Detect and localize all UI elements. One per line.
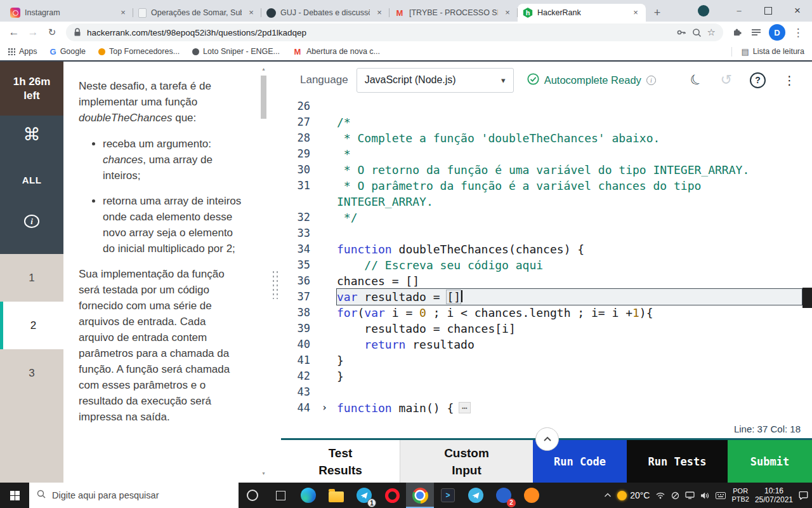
bookmark-top-fornecedores[interactable]: Top Fornecedores... xyxy=(98,47,180,56)
apps-shortcut[interactable]: Apps xyxy=(8,47,37,56)
close-window-button[interactable] xyxy=(783,0,812,22)
language-indicator[interactable]: POR PTB2 xyxy=(731,487,749,504)
wifi-icon[interactable] xyxy=(655,491,665,499)
code-line[interactable]: 42} xyxy=(281,368,812,384)
help-icon[interactable] xyxy=(750,72,766,88)
code-line[interactable]: 40 return resultado xyxy=(281,337,812,352)
code-line[interactable]: 31 * O parâmetro da função é a variável … xyxy=(281,178,812,194)
sidebar-all-button[interactable]: ALL xyxy=(22,171,42,189)
taskbar-app-messenger[interactable] xyxy=(462,483,490,508)
code-line[interactable]: 27/* xyxy=(281,114,812,130)
code-line[interactable]: 26 xyxy=(281,98,812,114)
info-icon[interactable] xyxy=(24,215,39,228)
maximize-button[interactable] xyxy=(754,0,783,22)
editor-scroll-thumb[interactable] xyxy=(802,288,812,308)
tab-close-icon[interactable] xyxy=(118,8,128,18)
code-line[interactable]: 36chances = [] xyxy=(281,273,812,289)
task-view-button[interactable] xyxy=(266,483,294,508)
url-text[interactable]: hackerrank.com/test/98epoq52i3h/question… xyxy=(87,28,671,37)
bookmark-google[interactable]: Google xyxy=(50,47,86,57)
run-tests-button[interactable]: Run Tests xyxy=(627,440,728,483)
weather-widget[interactable]: 20°C xyxy=(617,490,650,500)
new-tab-button[interactable] xyxy=(648,4,666,22)
code-line[interactable]: 44›function main() {⋯ xyxy=(281,400,812,416)
info-icon-small[interactable] xyxy=(646,76,656,85)
code-line[interactable]: 39 resultado = chances[i] xyxy=(281,321,812,337)
question-nav-1[interactable]: 1 xyxy=(0,254,63,302)
key-icon[interactable] xyxy=(676,27,686,37)
browser-circle-extension-icon[interactable] xyxy=(698,5,709,17)
dark-mode-icon[interactable] xyxy=(687,70,706,90)
clock[interactable]: 10:16 25/07/2021 xyxy=(755,486,793,504)
keyboard-icon[interactable] xyxy=(716,492,726,499)
code-line[interactable]: 37var resultado = [] xyxy=(281,289,812,305)
code-line[interactable]: 32 */ xyxy=(281,210,812,225)
lines-extension-icon[interactable] xyxy=(747,23,765,41)
collapse-panel-button[interactable] xyxy=(535,427,559,451)
scroll-up-arrow-icon[interactable] xyxy=(259,65,268,73)
browser-tab-instagram[interactable]: Instagram xyxy=(5,4,133,22)
code-line[interactable]: 28 * Complete a função 'doubleTheChances… xyxy=(281,130,812,146)
command-icon[interactable] xyxy=(23,124,41,145)
tab-test-results[interactable]: Test Results xyxy=(281,440,400,483)
taskbar-app-edge[interactable] xyxy=(294,483,322,508)
taskbar-search[interactable] xyxy=(29,483,239,508)
address-bar[interactable]: hackerrank.com/test/98epoq52i3h/question… xyxy=(66,23,723,41)
taskbar-app-opera[interactable] xyxy=(378,483,406,508)
scroll-down-arrow-icon[interactable] xyxy=(259,470,268,478)
code-line[interactable]: 34function doubleTheChances(chances) { xyxy=(281,241,812,257)
bookmark-abertura[interactable]: Abertura de nova c... xyxy=(292,46,380,57)
back-button[interactable] xyxy=(5,23,23,41)
fold-chevron-icon[interactable]: › xyxy=(322,400,327,416)
taskbar-app-chat[interactable]: 2 xyxy=(490,483,518,508)
code-editor[interactable]: 2627/*28 * Complete a função 'doubleTheC… xyxy=(281,98,812,419)
forward-button[interactable] xyxy=(24,23,42,41)
tab-close-icon[interactable] xyxy=(246,8,256,18)
start-button[interactable] xyxy=(0,483,29,508)
browser-menu-icon[interactable] xyxy=(789,23,807,41)
monitor-icon[interactable] xyxy=(685,491,695,499)
do-not-disturb-icon[interactable] xyxy=(671,491,679,500)
browser-tab-guj[interactable]: GUJ - Debates e discussõe xyxy=(261,4,390,22)
code-line[interactable]: 33 xyxy=(281,225,812,241)
more-options-icon[interactable] xyxy=(783,73,796,88)
volume-icon[interactable] xyxy=(700,491,710,500)
profile-avatar[interactable]: D xyxy=(769,24,785,41)
minimize-button[interactable] xyxy=(724,0,754,22)
tab-custom-input[interactable]: Custom Input xyxy=(400,440,533,483)
question-nav-2[interactable]: 2 xyxy=(0,302,63,349)
description-scrollbar[interactable] xyxy=(259,65,268,478)
question-nav-3[interactable]: 3 xyxy=(0,349,63,397)
zoom-icon[interactable] xyxy=(692,28,702,37)
tab-close-icon[interactable] xyxy=(502,8,513,18)
code-line[interactable]: 35 // Escreva seu código aqui xyxy=(281,257,812,273)
taskbar-app-orange[interactable] xyxy=(518,483,546,508)
browser-tab-operacoes[interactable]: Operações de Somar, Sub xyxy=(133,4,261,22)
reset-history-icon[interactable] xyxy=(721,72,732,88)
bookmark-loto-sniper[interactable]: Loto Sniper - ENGE... xyxy=(192,47,280,56)
submit-button[interactable]: Submit xyxy=(728,440,812,483)
tab-close-icon[interactable] xyxy=(631,8,641,18)
tab-close-icon[interactable] xyxy=(374,8,384,18)
reload-button[interactable] xyxy=(43,23,61,41)
hidden-icons-chevron-icon[interactable] xyxy=(604,493,612,498)
taskbar-app-code[interactable] xyxy=(434,483,462,508)
code-line[interactable]: 43 xyxy=(281,384,812,400)
browser-tab-hackerrank[interactable]: HackerRank xyxy=(518,4,646,22)
bookmark-star-icon[interactable] xyxy=(707,27,716,38)
language-select[interactable]: JavaScript (Node.js) xyxy=(357,68,514,93)
extensions-puzzle-icon[interactable] xyxy=(728,23,746,41)
taskbar-app-chrome[interactable] xyxy=(406,483,434,508)
code-line[interactable]: INTEGER_ARRAY. xyxy=(281,194,812,210)
cortana-button[interactable] xyxy=(239,483,266,508)
code-line[interactable]: 38for(var i = 0 ; i < chances.length ; i… xyxy=(281,305,812,321)
browser-tab-gmail[interactable]: [TRYBE - PROCESSO SELET xyxy=(390,4,518,22)
scrollbar-thumb[interactable] xyxy=(261,76,266,119)
lock-icon[interactable] xyxy=(74,28,81,37)
taskbar-search-input[interactable] xyxy=(52,490,231,500)
reading-list-button[interactable]: Lista de leitura xyxy=(731,47,804,57)
panel-resize-handle[interactable] xyxy=(272,270,279,299)
taskbar-app-explorer[interactable] xyxy=(322,483,350,508)
action-center-icon[interactable] xyxy=(799,491,808,500)
code-line[interactable]: 30 * O retorno da função é uma variável … xyxy=(281,162,812,178)
